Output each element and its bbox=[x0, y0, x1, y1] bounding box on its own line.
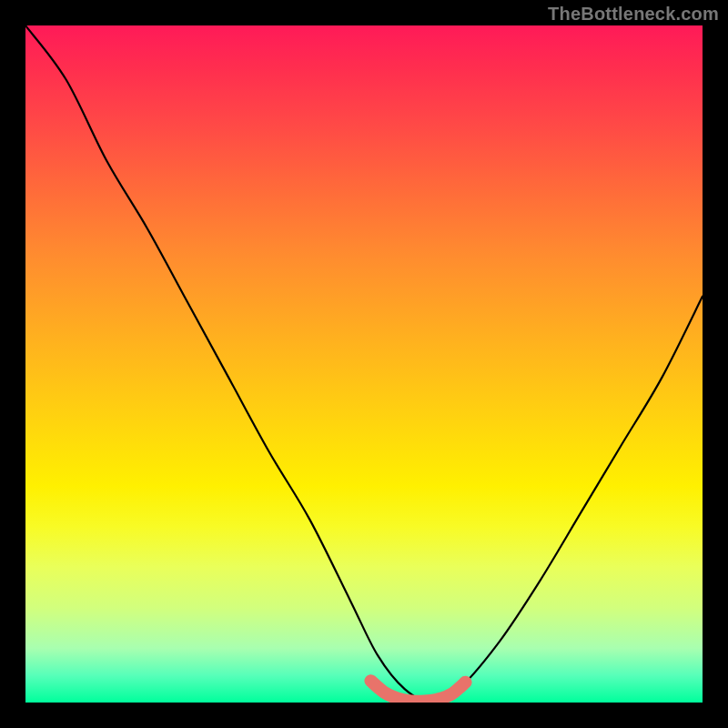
accent-segment bbox=[370, 681, 465, 702]
chart-svg bbox=[25, 25, 703, 703]
plot-area bbox=[25, 25, 703, 703]
bottleneck-curve bbox=[25, 25, 703, 703]
watermark-text: TheBottleneck.com bbox=[548, 4, 719, 25]
chart-frame: TheBottleneck.com bbox=[0, 0, 728, 728]
